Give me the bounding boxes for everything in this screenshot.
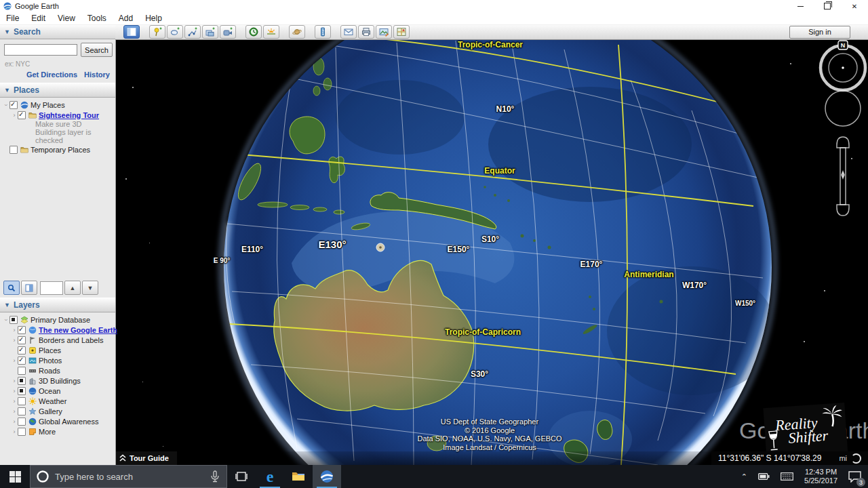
tree-item-my-places[interactable]: My Places [31, 101, 65, 109]
menu-help[interactable]: Help [139, 14, 168, 23]
menu-edit[interactable]: Edit [25, 14, 52, 23]
minimize-button[interactable] [787, 0, 814, 12]
move-down-button[interactable]: ▼ [82, 281, 98, 295]
file-explorer-taskbar-button[interactable] [284, 465, 313, 488]
expander-icon[interactable]: › [11, 327, 18, 333]
checkbox-checked[interactable] [18, 111, 26, 119]
layers-panel-header[interactable]: ▼ Layers [0, 298, 115, 312]
email-button[interactable] [340, 25, 357, 39]
search-panel-header[interactable]: ▼ Search [0, 24, 115, 39]
zoom-slider[interactable] [837, 137, 849, 216]
task-view-button[interactable] [227, 465, 256, 488]
checkbox-checked[interactable] [9, 101, 18, 109]
expander-icon[interactable]: › [11, 428, 18, 435]
expander-icon[interactable]: › [11, 357, 18, 364]
look-joystick[interactable] [825, 91, 861, 126]
expander-icon[interactable]: › [11, 398, 18, 405]
tree-item-ocean[interactable]: Ocean [39, 387, 60, 395]
tree-item-borders-and-labels[interactable]: Borders and Labels [39, 336, 103, 344]
tree-item-roads[interactable]: Roads [39, 367, 60, 375]
places-filter-input[interactable] [40, 281, 63, 295]
battery-indicator[interactable] [754, 465, 774, 488]
zoom-out-knob[interactable] [837, 205, 849, 216]
record-tour-button[interactable] [220, 25, 236, 39]
restore-button[interactable] [814, 0, 841, 12]
tree-item-3d-buildings[interactable]: 3D Buildings [39, 377, 81, 385]
menu-add[interactable]: Add [113, 14, 139, 23]
navigation-controls[interactable]: N [810, 39, 868, 222]
checkbox-partial[interactable] [9, 316, 18, 324]
add-polygon-button[interactable] [167, 25, 183, 39]
checkbox-unchecked[interactable] [9, 146, 18, 154]
checkbox-partial[interactable] [18, 387, 26, 395]
north-button[interactable]: N [838, 41, 848, 49]
touch-keyboard-button[interactable] [776, 465, 797, 488]
expander-icon[interactable]: › [11, 337, 18, 344]
tree-item-more[interactable]: More [39, 428, 56, 436]
copyright-line: US Dept of State Geographer [417, 418, 561, 426]
save-image-button[interactable] [376, 25, 392, 39]
checkbox-unchecked[interactable] [18, 428, 26, 436]
tree-item-global-awareness[interactable]: Global Awareness [39, 418, 98, 426]
expander-icon[interactable]: › [11, 408, 18, 415]
planets-button[interactable] [289, 25, 305, 39]
checkbox-unchecked[interactable] [18, 367, 26, 375]
places-panel-header[interactable]: ▼ Places [0, 83, 115, 98]
start-button[interactable] [0, 465, 30, 488]
google-earth-taskbar-button[interactable] [313, 465, 341, 488]
checkbox-unchecked[interactable] [18, 418, 26, 426]
action-center-button[interactable]: 3 [844, 465, 865, 488]
search-places-button[interactable] [3, 281, 20, 295]
expander-icon[interactable]: › [3, 102, 9, 108]
tree-item-temporary-places[interactable]: Temporary Places [31, 146, 90, 154]
historical-imagery-button[interactable] [245, 25, 262, 39]
toggle-sidebar-button[interactable] [123, 25, 140, 39]
tree-item-the-new-google-earth[interactable]: The new Google Earth [39, 326, 117, 334]
checkbox-unchecked[interactable] [18, 407, 26, 415]
move-up-button[interactable]: ▲ [64, 281, 81, 295]
search-input[interactable] [4, 44, 77, 56]
view-in-maps-button[interactable] [393, 25, 410, 39]
expander-icon[interactable]: › [3, 317, 9, 323]
add-path-button[interactable] [184, 25, 201, 39]
print-button[interactable] [358, 25, 374, 39]
checkbox-checked[interactable] [18, 357, 26, 365]
earth-3d-view[interactable]: Tropic-of-CancerN10°EquatorS10°E110°E130… [115, 39, 868, 465]
show-profile-button[interactable] [21, 281, 37, 295]
checkbox-unchecked[interactable] [18, 397, 26, 405]
checkbox-partial[interactable] [18, 377, 26, 385]
expander-icon[interactable]: › [11, 418, 18, 425]
menu-view[interactable]: View [52, 14, 81, 23]
sunlight-button[interactable] [263, 25, 279, 39]
search-button[interactable]: Search [81, 43, 113, 57]
sign-in-button[interactable]: Sign in [789, 26, 850, 39]
expander-icon[interactable]: › [11, 378, 18, 384]
checkbox-checked[interactable] [18, 346, 26, 354]
edge-taskbar-button[interactable]: e [256, 465, 284, 488]
expander-icon[interactable]: › [11, 388, 18, 394]
tour-placemark[interactable] [376, 243, 384, 251]
taskbar-search-box[interactable]: Type here to search [30, 465, 227, 488]
history-link[interactable]: History [84, 70, 110, 79]
tree-item-gallery[interactable]: Gallery [39, 407, 62, 415]
tree-item-primary-database[interactable]: Primary Database [31, 316, 90, 324]
checkbox-checked[interactable] [18, 336, 26, 344]
close-button[interactable]: ✕ [841, 0, 868, 12]
microphone-icon[interactable] [210, 470, 220, 483]
expander-icon[interactable]: › [11, 112, 18, 119]
zoom-in-knob[interactable] [837, 137, 849, 148]
get-directions-link[interactable]: Get Directions [26, 70, 77, 79]
add-placemark-button[interactable] [149, 25, 165, 39]
tree-item-photos[interactable]: Photos [39, 357, 62, 365]
tree-item-sightseeing-tour[interactable]: Sightseeing Tour [39, 111, 99, 119]
menu-tools[interactable]: Tools [81, 14, 113, 23]
checkbox-checked[interactable] [18, 326, 26, 334]
tree-item-weather[interactable]: Weather [39, 397, 66, 405]
add-image-overlay-button[interactable] [202, 25, 218, 39]
menu-file[interactable]: File [0, 14, 25, 23]
tour-guide-button[interactable]: Tour Guide [115, 451, 177, 465]
tree-item-places[interactable]: Places [39, 346, 61, 354]
ruler-button[interactable] [315, 25, 331, 39]
taskbar-clock[interactable]: 12:43 PM 5/25/2017 [800, 468, 842, 485]
show-hidden-icons-button[interactable]: ⌃ [737, 465, 751, 488]
